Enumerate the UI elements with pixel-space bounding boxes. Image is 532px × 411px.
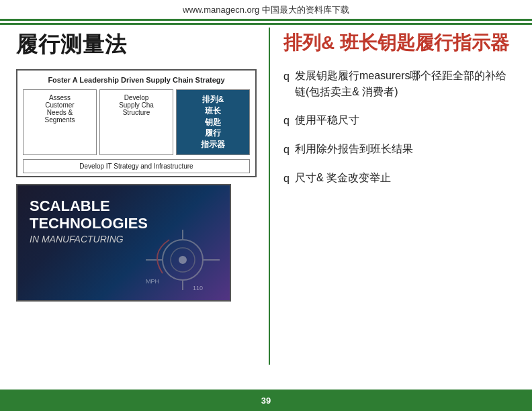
- bullet-text-3: 利用除外报告到班长结果: [295, 141, 413, 157]
- svg-text:MPH: MPH: [146, 278, 159, 285]
- image-text-1: SCALABLETECHNOLOGIES: [30, 197, 148, 233]
- strategy-box-title: Foster A Leadership Driven Supply Chain …: [23, 76, 250, 84]
- bullet-check-1: q: [283, 68, 290, 85]
- cell-assess: Assess Customer Needs & Segments: [23, 89, 97, 155]
- bullet-item-3: q 利用除外报告到班长结果: [283, 141, 513, 158]
- bullet-item-4: q 尺寸& 奖金改变举止: [283, 170, 513, 187]
- top-bar: www.managecn.org 中国最大的资料库下载: [0, 0, 532, 21]
- circuit-decoration: MPH 110: [142, 226, 223, 293]
- page-number: 39: [261, 396, 271, 406]
- cell-highlight: 排列&班长钥匙履行指示器: [176, 89, 250, 155]
- image-text-2: IN MANUFACTURING: [30, 234, 124, 244]
- manufacturing-image: SCALABLETECHNOLOGIES IN MANUFACTURING MP…: [16, 184, 231, 302]
- bottom-bar: 39: [0, 390, 532, 411]
- bullet-text-2: 使用平稳尺寸: [295, 112, 359, 128]
- top-divider: [0, 23, 532, 25]
- svg-point-2: [179, 256, 187, 264]
- left-panel: 履行测量法 Foster A Leadership Driven Supply …: [0, 21, 269, 371]
- bullet-text-1: 发展钥匙履行measurers哪个径距全部的补给链(包括卖主& 消费者): [295, 68, 513, 100]
- cell-develop-supply: Develop Supply Cha Structure: [99, 89, 173, 155]
- right-panel: 排列& 班长钥匙履行指示器 q 发展钥匙履行measurers哪个径距全部的补给…: [270, 21, 532, 371]
- bullet-item-1: q 发展钥匙履行measurers哪个径距全部的补给链(包括卖主& 消费者): [283, 68, 513, 100]
- right-panel-title: 排列& 班长钥匙履行指示器: [283, 30, 513, 56]
- bullet-text-4: 尺寸& 奖金改变举止: [295, 170, 391, 186]
- bullet-check-3: q: [283, 142, 290, 158]
- strategy-box: Foster A Leadership Driven Supply Chain …: [16, 69, 257, 177]
- bullet-list: q 发展钥匙履行measurers哪个径距全部的补给链(包括卖主& 消费者) q…: [283, 68, 513, 187]
- svg-text:110: 110: [193, 285, 203, 291]
- website-label: www.managecn.org 中国最大的资料库下载: [183, 5, 349, 15]
- page-title: 履行测量法: [16, 30, 257, 60]
- develop-it-bar: Develop IT Strategy and Infrastructure: [23, 159, 250, 173]
- bullet-item-2: q 使用平稳尺寸: [283, 112, 513, 129]
- bullet-check-4: q: [283, 171, 290, 187]
- strategy-cells: Assess Customer Needs & Segments Develop…: [23, 89, 250, 155]
- bullet-check-2: q: [283, 113, 290, 129]
